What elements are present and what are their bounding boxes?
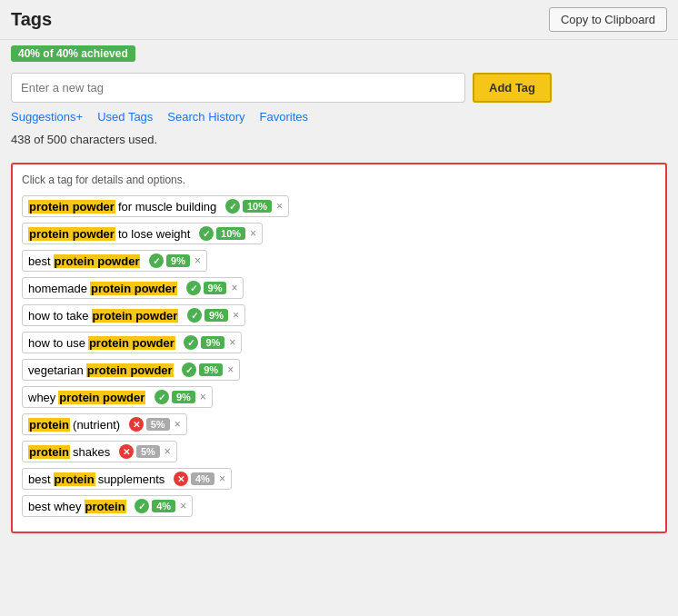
remove-tag-button[interactable]: ×	[174, 418, 181, 431]
progress-badge: 40% of 40% achieved	[11, 45, 135, 62]
tag-keyword: protein	[28, 445, 70, 459]
percent-badge: 9%	[204, 282, 227, 294]
x-status-icon: ✕	[119, 444, 134, 459]
check-icon: ✓	[155, 390, 169, 404]
remove-tag-button[interactable]: ×	[180, 500, 186, 512]
tag-row[interactable]: best whey protein ✓4%×	[22, 495, 193, 517]
tag-row[interactable]: protein shakes ✕5%×	[22, 441, 177, 462]
top-bar: Tags Copy to Clipboard	[0, 0, 678, 40]
add-tag-button[interactable]: Add Tag	[473, 73, 552, 103]
tag-row[interactable]: whey protein powder ✓9%×	[22, 386, 213, 408]
tag-keyword: protein powder	[54, 254, 141, 268]
remove-tag-button[interactable]: ×	[250, 227, 256, 240]
tag-row[interactable]: protein powder to lose weight ✓10%×	[22, 223, 263, 244]
tag-prefix: whey	[28, 391, 55, 404]
percent-badge: 9%	[172, 391, 195, 403]
tag-keyword: protein powder	[28, 200, 115, 214]
tag-row[interactable]: protein (nutrient) ✕5%×	[22, 413, 187, 435]
tag-row[interactable]: vegetarian protein powder ✓9%×	[22, 359, 240, 381]
tag-prefix: homemade	[28, 282, 87, 295]
tag-keyword: protein powder	[58, 391, 145, 404]
tags-hint: Click a tag for details and options.	[22, 174, 656, 186]
tag-keyword: protein powder	[86, 363, 174, 377]
tag-suffix: for muscle building	[118, 200, 216, 214]
remove-tag-button[interactable]: ×	[194, 254, 201, 267]
input-section: Add Tag	[0, 65, 678, 106]
percent-badge: 9%	[199, 363, 223, 376]
tag-suffix: supplements	[98, 472, 165, 486]
tag-keyword: protein	[28, 418, 70, 432]
tag-suffix: shakes	[73, 445, 110, 459]
remove-tag-button[interactable]: ×	[233, 309, 239, 322]
tag-prefix: how to use	[28, 336, 85, 350]
tag-row[interactable]: best protein supplements ✕4%×	[22, 468, 232, 490]
tag-row[interactable]: how to use protein powder ✓9%×	[22, 332, 242, 353]
percent-badge: 9%	[166, 254, 190, 267]
tag-prefix: best whey	[28, 500, 82, 513]
percent-badge: 4%	[191, 472, 214, 485]
tag-keyword: protein powder	[28, 227, 115, 241]
remove-tag-button[interactable]: ×	[200, 391, 206, 403]
percent-badge: 9%	[204, 309, 228, 322]
remove-tag-button[interactable]: ×	[219, 472, 225, 485]
check-icon: ✓	[187, 308, 202, 323]
x-status-icon: ✕	[174, 472, 188, 486]
tag-prefix: best	[28, 472, 51, 486]
tag-prefix: best	[28, 254, 51, 268]
tags-container: Click a tag for details and options. pro…	[11, 163, 667, 533]
tag-row[interactable]: protein powder for muscle building ✓10%×	[22, 195, 289, 217]
tag-row[interactable]: best protein powder ✓9%×	[22, 250, 207, 272]
tag-prefix: vegetarian	[28, 363, 84, 377]
remove-tag-button[interactable]: ×	[165, 445, 171, 458]
check-icon: ✓	[149, 253, 164, 268]
tab-suggestions[interactable]: Suggestions+	[11, 110, 83, 124]
tag-keyword: protein powder	[88, 336, 175, 350]
remove-tag-button[interactable]: ×	[229, 336, 235, 349]
tag-rows-wrapper: protein powder for muscle building ✓10%×…	[22, 195, 656, 522]
check-icon: ✓	[186, 281, 201, 295]
chars-used: 438 of 500 characters used.	[0, 129, 678, 155]
check-icon: ✓	[225, 199, 240, 214]
page-title: Tags	[11, 9, 52, 30]
tag-keyword: protein	[85, 500, 126, 513]
remove-tag-button[interactable]: ×	[227, 363, 234, 376]
progress-section: 40% of 40% achieved	[0, 40, 678, 65]
tag-suffix: to lose weight	[118, 227, 191, 241]
percent-badge: 9%	[201, 336, 224, 349]
tab-search-history[interactable]: Search History	[167, 110, 244, 124]
tab-favorites[interactable]: Favorites	[260, 110, 308, 124]
tabs-section: Suggestions+ Used Tags Search History Fa…	[0, 106, 678, 129]
percent-badge: 4%	[152, 500, 175, 512]
check-icon: ✓	[182, 363, 196, 377]
copy-clipboard-button[interactable]: Copy to Clipboard	[549, 7, 667, 32]
percent-badge: 10%	[216, 227, 245, 240]
check-icon: ✓	[184, 335, 198, 350]
tag-row[interactable]: homemade protein powder ✓9%×	[22, 277, 244, 299]
tag-row[interactable]: how to take protein powder ✓9%×	[22, 304, 245, 326]
remove-tag-button[interactable]: ×	[231, 282, 237, 294]
check-icon: ✓	[199, 226, 214, 241]
x-status-icon: ✕	[129, 417, 144, 432]
check-icon: ✓	[135, 499, 149, 513]
tag-suffix: (nutrient)	[73, 418, 120, 432]
percent-badge: 5%	[146, 418, 170, 431]
tab-used-tags[interactable]: Used Tags	[97, 110, 153, 124]
percent-badge: 10%	[243, 200, 272, 213]
percent-badge: 5%	[136, 445, 160, 458]
remove-tag-button[interactable]: ×	[276, 200, 283, 213]
tag-input[interactable]	[11, 73, 465, 103]
tag-keyword: protein powder	[92, 309, 179, 323]
tag-prefix: how to take	[28, 309, 89, 323]
tag-keyword: protein	[54, 472, 95, 486]
tag-keyword: protein powder	[90, 282, 177, 295]
